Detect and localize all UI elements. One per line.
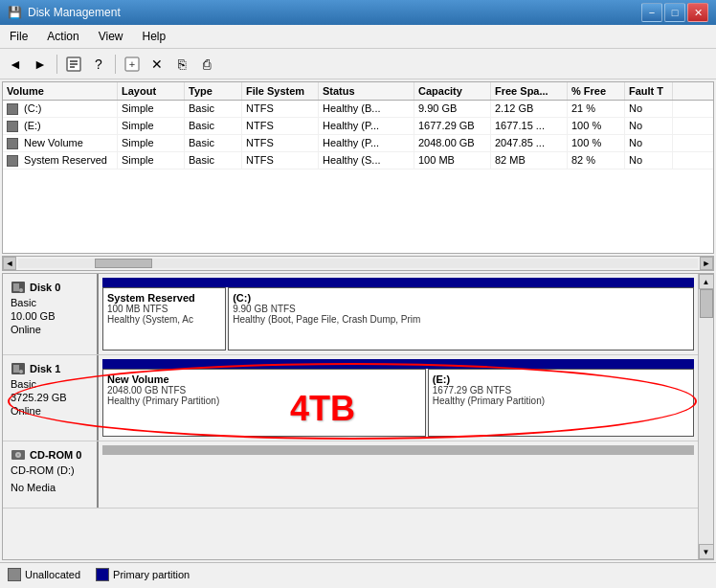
menu-file[interactable]: File [0,27,37,46]
hscroll-right[interactable]: ► [700,257,713,270]
unallocated-color-box [8,568,21,581]
partition-system-reserved[interactable]: System Reserved 100 MB NTFS Healthy (Sys… [102,287,226,351]
svg-text:+: + [129,58,135,70]
legend-primary: Primary partition [96,568,190,581]
cdrom-name: CD-ROM 0 [30,449,81,461]
disk-0-bar [102,278,694,287]
col-header-fs: File System [242,82,319,100]
menu-help[interactable]: Help [133,27,176,46]
cell-type: Basic [185,135,242,151]
cdrom-bar [102,445,694,455]
cell-volume: System Reserved [3,152,118,169]
svg-rect-10 [13,365,19,373]
delete-button[interactable]: ✕ [145,53,168,76]
disk-0-partitions: System Reserved 100 MB NTFS Healthy (Sys… [99,274,698,354]
hscroll-track[interactable] [18,259,698,268]
horizontal-scrollbar[interactable]: ◄ ► [2,256,714,271]
cell-fault: No [625,152,673,169]
svg-rect-7 [13,283,19,291]
toolbar-sep2 [115,55,116,74]
main-content: Volume Layout Type File System Status Ca… [0,79,716,562]
cell-layout: Simple [118,152,185,169]
title-bar: 💾 Disk Management − □ ✕ [0,0,716,25]
col-header-type: Type [185,82,242,100]
part-size: 100 MB NTFS [107,304,221,314]
vscroll-up[interactable]: ▲ [699,274,714,289]
forward-button[interactable]: ► [29,53,52,76]
properties-button[interactable] [62,53,85,76]
disk-1-type: Basic [11,378,89,390]
hscroll-left[interactable]: ◄ [3,257,16,270]
disk-row-cdrom: CD-ROM 0 CD-ROM (D:) No Media [3,441,698,509]
disk-1-name: Disk 1 [30,363,60,374]
cell-volume: (C:) [3,101,118,117]
menu-bar: File Action View Help [0,25,716,49]
minimize-button[interactable]: − [641,3,662,22]
disk-0-content: System Reserved 100 MB NTFS Healthy (Sys… [99,287,698,354]
disk-1-partitions: New Volume 2048.00 GB NTFS Healthy (Prim… [99,355,698,441]
unallocated-label: Unallocated [25,569,80,580]
status-bar: Unallocated Primary partition [0,562,716,585]
disk-visual-container: Disk 0 Basic 10.00 GB Online System Rese… [2,273,714,560]
cell-free: 2047.85 ... [491,135,568,151]
vscroll-down[interactable]: ▼ [699,544,714,559]
cell-layout: Simple [118,135,185,151]
table-row[interactable]: New Volume Simple Basic NTFS Healthy (P.… [3,135,713,152]
disk-visual-area: Disk 0 Basic 10.00 GB Online System Rese… [3,274,698,559]
cell-pct: 100 % [568,118,625,134]
part-name: (C:) [233,292,689,304]
cell-pct: 100 % [568,135,625,151]
disk-1-bar [102,359,694,369]
toolbar: ◄ ► ? + ✕ ⎘ ⎙ [0,49,716,79]
cell-pct: 82 % [568,152,625,169]
maximize-button[interactable]: □ [664,3,685,22]
disk-icon [11,280,26,295]
cell-capacity: 9.90 GB [414,101,491,117]
title-bar-left: 💾 Disk Management [8,6,121,19]
refresh-button[interactable]: ⎘ [170,53,193,76]
disk-row-1: 4TB Disk 1 Basic 3725.29 GB Online [3,355,698,441]
settings-button[interactable]: ⎙ [195,53,218,76]
menu-action[interactable]: Action [37,27,88,46]
disk-1-status: Online [11,405,89,417]
cell-volume: (E:) [3,118,118,134]
cell-capacity: 1677.29 GB [414,118,491,134]
new-button[interactable]: + [121,53,144,76]
part-status: Healthy (Primary Partition) [107,396,421,406]
cell-free: 2.12 GB [491,101,568,117]
cell-status: Healthy (P... [319,118,414,134]
menu-view[interactable]: View [89,27,133,46]
col-header-status: Status [319,82,414,100]
cdrom-icon [11,447,26,463]
partition-c[interactable]: (C:) 9.90 GB NTFS Healthy (Boot, Page Fi… [228,287,694,351]
table-row[interactable]: (C:) Simple Basic NTFS Healthy (B... 9.9… [3,101,713,118]
vscroll-thumb[interactable] [700,289,713,318]
help-button[interactable]: ? [87,53,110,76]
table-row[interactable]: System Reserved Simple Basic NTFS Health… [3,152,713,170]
close-button[interactable]: ✕ [687,3,708,22]
disk-1-label: Disk 1 Basic 3725.29 GB Online [3,355,99,441]
part-name: New Volume [107,373,421,385]
window-title: Disk Management [28,6,121,19]
toolbar-sep1 [56,55,57,74]
svg-point-11 [19,370,23,373]
hscroll-thumb[interactable] [95,259,152,268]
vscroll-track[interactable] [699,289,714,544]
cell-status: Healthy (B... [319,101,414,117]
cell-fault: No [625,135,673,151]
table-row[interactable]: (E:) Simple Basic NTFS Healthy (P... 167… [3,118,713,135]
vertical-scrollbar[interactable]: ▲ ▼ [698,274,713,559]
cell-type: Basic [185,101,242,117]
col-header-freespace: Free Spa... [491,82,568,100]
cell-layout: Simple [118,101,185,117]
svg-point-14 [17,454,19,456]
disk-0-label: Disk 0 Basic 10.00 GB Online [3,274,99,354]
back-button[interactable]: ◄ [4,53,27,76]
disk-0-name: Disk 0 [30,282,60,293]
partition-new-volume[interactable]: New Volume 2048.00 GB NTFS Healthy (Prim… [102,369,426,437]
app-icon: 💾 [8,6,22,19]
part-name: System Reserved [107,292,221,304]
partition-e[interactable]: (E:) 1677.29 GB NTFS Healthy (Primary Pa… [428,369,694,437]
part-status: Healthy (System, Ac [107,314,221,325]
cell-type: Basic [185,118,242,134]
